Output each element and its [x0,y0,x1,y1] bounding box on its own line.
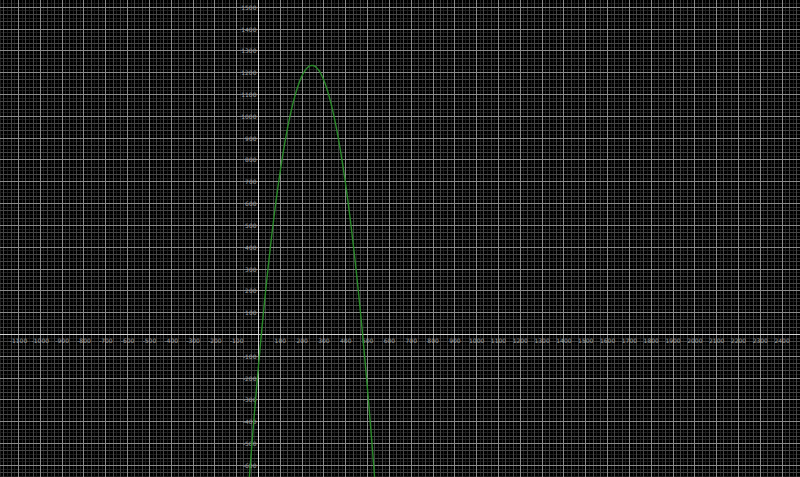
y-axis-tick-label: 300 [245,266,257,273]
y-axis-tick-label: -200 [243,375,257,382]
plot-canvas[interactable]: -1100-1000-900-800-700-600-500-400-300-2… [0,0,800,477]
y-axis-tick-label: 200 [245,287,257,294]
y-axis-tick-label: 700 [245,178,257,185]
x-axis-tick-label: -600 [121,337,135,344]
x-axis-tick-label: -300 [186,337,200,344]
y-axis-tick-label: 1400 [241,26,256,33]
x-axis-tick-label: 2400 [774,337,789,344]
x-axis-tick-label: 800 [427,337,439,344]
x-axis-tick-label: 700 [406,337,418,344]
y-axis-tick-label: 900 [245,135,257,142]
x-axis-tick-label: -800 [77,337,91,344]
x-axis-tick-label: 100 [275,337,287,344]
y-axis-tick-label: -400 [243,418,257,425]
x-axis-tick-label: -500 [143,337,157,344]
y-axis-tick-label: 1200 [241,69,256,76]
x-axis-tick-label: 1100 [491,337,506,344]
x-axis-tick-label: 200 [296,337,308,344]
y-axis-tick-label: 1100 [241,91,256,98]
x-axis-tick-label: 2300 [753,337,768,344]
x-axis-tick-label: -200 [208,337,222,344]
x-axis-tick-label: -1100 [10,337,28,344]
x-axis-tick-label: 600 [384,337,396,344]
y-axis-tick-label: 500 [245,222,257,229]
x-axis-tick-label: -400 [164,337,178,344]
x-axis-tick-label: 300 [318,337,330,344]
y-axis-tick-label: -500 [243,440,257,447]
x-axis-tick-label: 1800 [644,337,659,344]
x-axis-tick-label: -700 [99,337,113,344]
y-axis-tick-label: 1300 [241,47,256,54]
x-axis-tick-label: 1900 [665,337,680,344]
x-axis-tick-label: 1000 [469,337,484,344]
x-axis-tick-label: 2200 [731,337,746,344]
y-axis-tick-label: 1000 [241,113,256,120]
x-axis-tick-label: 1700 [622,337,637,344]
y-axis-tick-label: 100 [245,309,257,316]
y-axis-tick-label: 600 [245,200,257,207]
x-axis-tick-label: 2100 [709,337,724,344]
x-axis-tick-label: 2000 [687,337,702,344]
y-axis-tick-label: 400 [245,244,257,251]
x-axis-tick-label: 1500 [578,337,593,344]
x-axis-tick-label: 1400 [556,337,571,344]
x-axis-tick-label: -100 [230,337,244,344]
x-axis-tick-label: -900 [55,337,69,344]
x-axis-tick-label: -1000 [32,337,50,344]
x-axis-tick-label: 1300 [534,337,549,344]
y-axis-tick-label: -100 [243,353,257,360]
x-axis-tick-label: 400 [340,337,352,344]
y-axis-tick-label: 1500 [241,4,256,11]
function-graph: -1100-1000-900-800-700-600-500-400-300-2… [0,0,800,477]
x-axis-tick-label: 900 [449,337,461,344]
x-axis-tick-label: 1200 [513,337,528,344]
x-axis-tick-label: 1600 [600,337,615,344]
y-axis-tick-label: 800 [245,156,257,163]
